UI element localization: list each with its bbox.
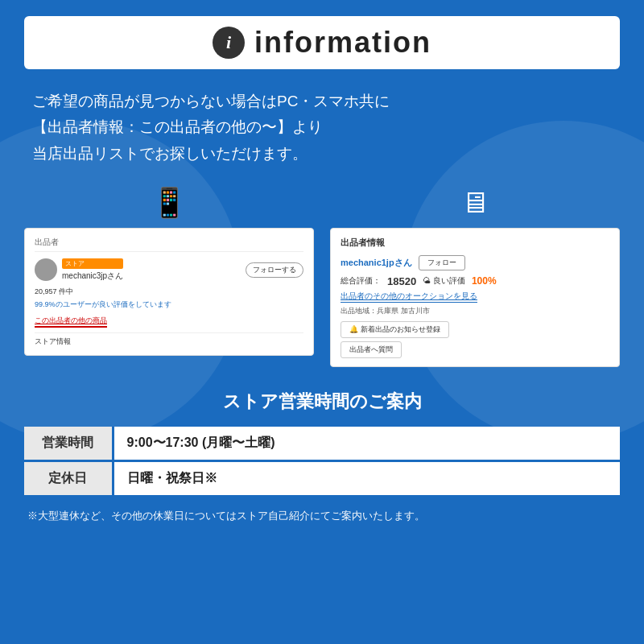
desktop-icon: 🖥	[460, 186, 489, 220]
header-title: information	[254, 26, 431, 60]
pc-seller-row: mechanic1jpさん フォロー	[341, 255, 609, 270]
hours-table: 営業時間 9:00〜17:30 (月曜〜土曜) 定休日 日曜・祝祭日※	[24, 427, 620, 497]
header-banner: i information	[24, 16, 620, 69]
main-container: i information ご希望の商品が見つからない場合はPC・スマホ共に 【…	[0, 0, 644, 539]
pc-question-button[interactable]: 出品者へ質問	[341, 341, 402, 358]
mobile-rating: 99.9%のユーザーが良い評価をしています	[35, 299, 303, 310]
pc-good-label: 🌤 良い評価	[423, 275, 465, 287]
pc-total-num: 18520	[387, 275, 416, 287]
mobile-screenshot-container: 📱 出品者 ストア mechanic3jpさん フォローする 20,957 件中…	[24, 186, 314, 367]
mobile-seller-info: ストア mechanic3jpさん	[62, 258, 123, 282]
main-text-line2: 【出品者情報：この出品者の他の〜】より	[32, 114, 612, 140]
mobile-icon: 📱	[151, 186, 188, 220]
info-icon: i	[213, 27, 245, 59]
pc-auction-link[interactable]: 出品者のその他のオークションを見る	[341, 291, 477, 303]
screenshots-row: 📱 出品者 ストア mechanic3jpさん フォローする 20,957 件中…	[24, 186, 620, 367]
mobile-seller-row: ストア mechanic3jpさん フォローする	[35, 258, 303, 282]
mobile-avatar	[35, 258, 57, 281]
mobile-section-label: 出品者	[35, 237, 303, 252]
main-description: ご希望の商品が見つからない場合はPC・スマホ共に 【出品者情報：この出品者の他の…	[24, 89, 620, 167]
pc-seller-name: mechanic1jpさん	[341, 257, 412, 269]
pc-good-pct: 100%	[472, 275, 497, 287]
mobile-count: 20,957 件中	[35, 287, 303, 297]
mobile-mock-screen: 出品者 ストア mechanic3jpさん フォローする 20,957 件中 9…	[24, 228, 314, 356]
table-row: 営業時間 9:00〜17:30 (月曜〜土曜)	[24, 427, 620, 461]
pc-mock-screen: 出品者情報 mechanic1jpさん フォロー 総合評価： 18520 🌤 良…	[330, 228, 620, 367]
pc-follow-button[interactable]: フォロー	[419, 255, 465, 270]
pc-location: 出品地域：兵庫県 加古川市	[341, 306, 609, 316]
store-hours-title: ストア営業時間のご案内	[24, 390, 620, 414]
pc-notify-button[interactable]: 🔔 新着出品のお知らせ登録	[341, 321, 449, 338]
label-business-hours: 営業時間	[24, 427, 113, 461]
value-business-hours: 9:00〜17:30 (月曜〜土曜)	[113, 427, 620, 461]
pc-rating-row: 総合評価： 18520 🌤 良い評価 100%	[341, 275, 609, 287]
mobile-follow-button[interactable]: フォローする	[246, 262, 303, 278]
main-text-line1: ご希望の商品が見つからない場合はPC・スマホ共に	[32, 89, 612, 114]
value-closed-days: 日曜・祝祭日※	[113, 460, 620, 496]
pc-section-label: 出品者情報	[341, 237, 609, 249]
hours-footnote: ※大型連休など、その他の休業日についてはストア自己紹介にてご案内いたします。	[24, 509, 620, 523]
mobile-store-info: ストア情報	[35, 332, 303, 347]
main-text-line3: 当店出品リストでお探しいただけます。	[32, 141, 612, 167]
mobile-store-badge: ストア	[62, 258, 123, 269]
mobile-seller-link[interactable]: この出品者の他の商品	[35, 316, 107, 328]
mobile-seller-name: mechanic3jpさん	[62, 271, 123, 280]
label-closed-days: 定休日	[24, 460, 113, 496]
pc-screenshot-container: 🖥 出品者情報 mechanic1jpさん フォロー 総合評価： 18520 🌤…	[330, 186, 620, 367]
table-row: 定休日 日曜・祝祭日※	[24, 460, 620, 496]
pc-total-label: 総合評価：	[341, 275, 381, 287]
